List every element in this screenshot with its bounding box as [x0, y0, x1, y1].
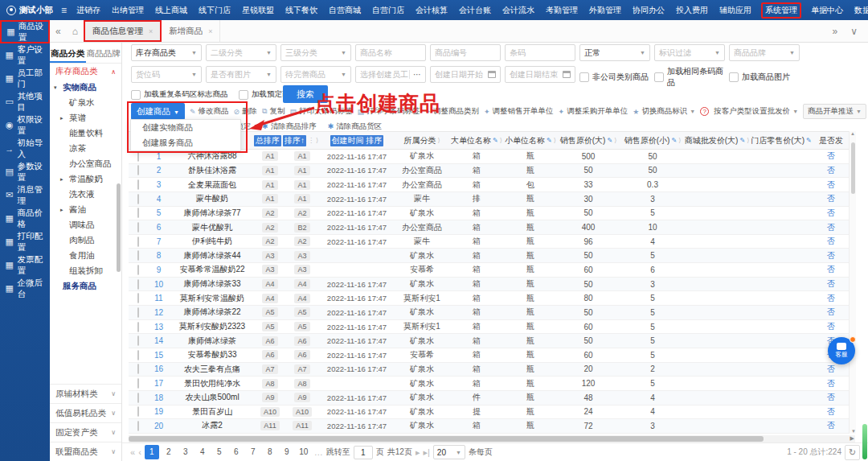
table-row[interactable]: 10康师傅冰绿茶33A4A42022-11-16 17:47矿泉水箱瓶503否	[129, 278, 849, 292]
flag-link[interactable]: 否	[813, 321, 849, 332]
page-7[interactable]: 7	[246, 445, 260, 459]
page-6[interactable]: 6	[229, 445, 244, 459]
topnav-item-会计流水[interactable]: 会计流水	[501, 3, 536, 18]
sort-chip[interactable]: 总排序	[254, 135, 281, 146]
page-size-select[interactable]: 20 ▼	[433, 445, 465, 459]
category-tab-商品分类[interactable]: 商品分类	[50, 43, 86, 63]
sort-icon[interactable]: ✎	[806, 137, 812, 144]
tab-新增商品[interactable]: 新增商品×	[162, 20, 220, 42]
filter-check-加载相同条码商品[interactable]: 加载相同条码商品	[654, 66, 725, 88]
col-header[interactable]: 创建时间 排序	[318, 135, 395, 146]
tree-node-能量饮料[interactable]: 能量饮料	[50, 126, 121, 141]
sort-icon[interactable]: ✎	[607, 137, 612, 144]
table-row[interactable]: 1六神沐浴露88A1A12022-11-16 17:47矿泉水箱瓶50050否	[129, 150, 849, 164]
page-8[interactable]: 8	[263, 445, 277, 459]
sort-icon[interactable]: ✎	[493, 137, 498, 144]
dropdown-item-创建服务商品[interactable]: 创建服务商品	[131, 135, 240, 150]
sidebar-item-权限设置[interactable]: ◉权限设置	[0, 113, 50, 137]
help-icon[interactable]: ?	[700, 107, 709, 116]
filter-check-加载重复条码区标志商品[interactable]: 加载重复条码区标志商品	[131, 86, 228, 103]
table-row[interactable]: 8康师傅冰绿茶44A3A3矿泉水箱瓶505否	[129, 249, 849, 263]
sidebar-item-员工部门[interactable]: ▦员工部门	[0, 67, 50, 90]
topnav-item-会计台账[interactable]: 会计台账	[457, 3, 493, 18]
row-checkbox[interactable]	[137, 279, 139, 290]
toolbar-调整采购开单单位[interactable]: ✦调整采购开单单位	[559, 106, 628, 117]
col-header-销售原价(大)[interactable]: 销售原价(大)✎⟩	[556, 135, 620, 146]
page-3[interactable]: 3	[178, 445, 193, 459]
toolbar-调整销售开单单位[interactable]: ✦调整销售开单单位	[484, 106, 554, 117]
toolbar-调整商品类别[interactable]: ✦调整商品类别	[425, 106, 480, 117]
tree-section-原辅材料类[interactable]: 原辅材料类∨	[50, 384, 121, 403]
row-checkbox[interactable]	[137, 265, 139, 275]
tree-node-调味品[interactable]: 调味品	[50, 217, 121, 233]
topnav-item-投入费用[interactable]: 投入费用	[674, 3, 710, 18]
toolbar-修改商品[interactable]: ✎修改商品	[190, 106, 229, 117]
tree-node-菜谱[interactable]: ▸菜谱	[50, 110, 121, 126]
toolbar-按客户类型设置批发价[interactable]: 按客户类型设置批发价▼	[714, 106, 798, 117]
topnav-item-线下门店[interactable]: 线下门店	[197, 3, 232, 18]
flag-link[interactable]: 否	[813, 307, 849, 318]
row-checkbox[interactable]	[137, 393, 139, 403]
row-checkbox[interactable]	[137, 250, 139, 261]
category-tab-商品品牌[interactable]: 商品品牌	[86, 43, 122, 63]
col-header-是否发[interactable]: 是否发	[813, 135, 849, 146]
hscroll-thumb[interactable]	[129, 436, 764, 442]
tree-node-肉制品[interactable]: 肉制品	[50, 233, 121, 248]
flag-link[interactable]: 否	[813, 364, 849, 375]
row-checkbox[interactable]	[137, 293, 139, 303]
topnav-item-线上商城[interactable]: 线上商城	[154, 3, 189, 18]
table-row[interactable]: 18农夫山泉500mlA9A92022-11-16 17:47矿泉水件瓶484否	[129, 391, 849, 405]
topnav-item-外勤管理[interactable]: 外勤管理	[588, 3, 623, 18]
first-page-icon[interactable]: «	[130, 447, 135, 457]
col-header-商城批发价(大)[interactable]: 商城批发价(大)✎⟩	[685, 135, 749, 146]
table-vertical-scrollbar[interactable]: ▲ ▼	[849, 131, 856, 434]
tabs-more-icon[interactable]: ∨	[845, 26, 863, 37]
sidebar-item-企微后台[interactable]: ▦企微后台	[0, 277, 50, 300]
filter-select-货位码[interactable]: 货位码▼	[131, 66, 202, 83]
flag-link[interactable]: 否	[813, 264, 849, 275]
filter-icon[interactable]: ⟩	[500, 137, 502, 144]
filter-icon[interactable]: ⟩	[437, 137, 440, 144]
topnav-item-进销存[interactable]: 进销存	[75, 3, 102, 18]
sidebar-item-打印配置[interactable]: ▦打印配置	[0, 230, 50, 253]
col-header[interactable]: 总排序排序↑⋮⟩	[254, 135, 318, 146]
filter-input-商品编号[interactable]: 商品编号	[430, 44, 501, 61]
toolbar-打印大条码标签[interactable]: ▤打印大条码标签	[289, 106, 352, 117]
tree-section-联盟商品类[interactable]: 联盟商品类∨	[50, 442, 121, 461]
table-row[interactable]: 14康师傅冰绿茶A6A62022-11-16 17:47矿泉水箱瓶505否	[129, 334, 849, 348]
flag-link[interactable]: 否	[813, 406, 849, 418]
toolbar-打印小条码标签[interactable]: ▤打印小条码标签	[357, 106, 420, 117]
sidebar-item-消息管理[interactable]: ✉消息管理	[0, 183, 50, 207]
toolbar2-清除商品排序[interactable]: ✱清除商品排序	[262, 121, 317, 132]
row-checkbox[interactable]	[137, 237, 139, 247]
sort-chip[interactable]: 排序↑	[283, 135, 306, 146]
tree-node-矿泉水[interactable]: 矿泉水	[50, 95, 121, 110]
table-row[interactable]: 2舒肤佳沐浴露A1A12022-11-16 17:47办公室商品箱瓶5050否	[129, 164, 849, 179]
topnav-item-考勤管理[interactable]: 考勤管理	[544, 3, 579, 18]
row-checkbox[interactable]	[137, 335, 139, 346]
filter-select-库存商品类[interactable]: 库存商品类▼	[131, 44, 202, 61]
hscroll-right-icon[interactable]: ▶	[850, 435, 854, 442]
ellipsis-icon[interactable]: ⋯	[409, 70, 421, 79]
flag-link[interactable]: 否	[813, 250, 849, 261]
row-checkbox[interactable]	[137, 194, 139, 204]
row-checkbox[interactable]	[137, 222, 139, 233]
filter-select-正常[interactable]: 正常▼	[579, 44, 650, 61]
table-horizontal-scrollbar[interactable]: ▶	[129, 435, 855, 442]
tree-node-凉茶[interactable]: 凉茶	[50, 141, 121, 156]
flag-link[interactable]: 否	[813, 193, 849, 204]
tab-商品信息管理[interactable]: 商品信息管理×	[84, 20, 162, 42]
filter-select-待完善商品[interactable]: 待完善商品▼	[280, 66, 351, 83]
sidebar-item-商品价格[interactable]: ▦商品价格	[0, 207, 50, 230]
sort-icon[interactable]: ✎	[739, 137, 745, 144]
row-checkbox[interactable]	[137, 406, 139, 417]
hamburger-icon[interactable]: ≡	[61, 5, 67, 16]
close-icon[interactable]: ×	[208, 27, 212, 35]
table-row[interactable]: 17景田饮用纯净水A8A8矿泉水箱瓶1205否	[129, 377, 849, 391]
collapse-icon[interactable]: «	[50, 26, 67, 37]
col-header-销售原价(小)[interactable]: 销售原价(小)✎⟩	[620, 135, 685, 146]
checkbox[interactable]	[579, 72, 589, 82]
topnav-item-辅助应用[interactable]: 辅助应用	[718, 3, 753, 18]
vscroll-thumb[interactable]	[851, 142, 855, 194]
tree-node-常温酸奶[interactable]: ▸常温酸奶	[50, 171, 121, 187]
